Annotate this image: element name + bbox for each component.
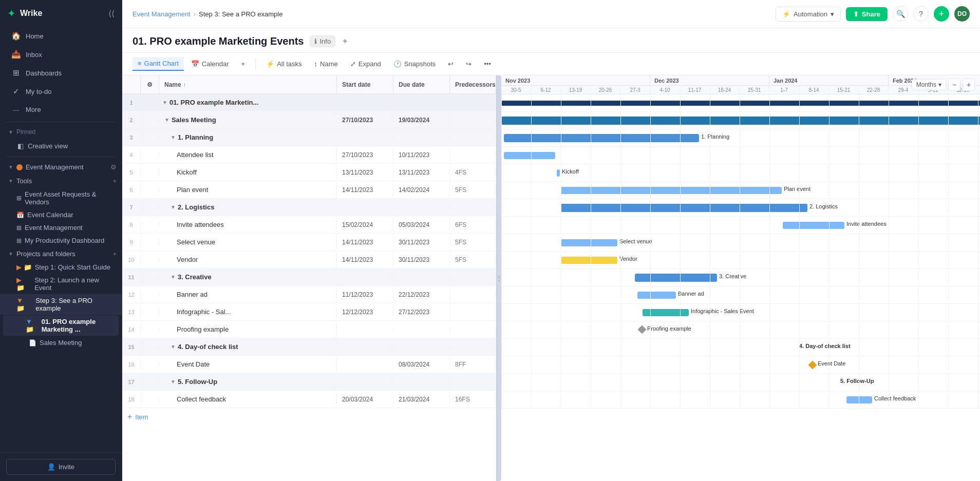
sidebar-item-more[interactable]: ··· More bbox=[3, 101, 119, 118]
row-start-cell[interactable] bbox=[337, 361, 393, 368]
row-pred-cell[interactable] bbox=[450, 309, 496, 315]
invite-button[interactable]: 👤 Invite bbox=[6, 459, 116, 475]
row-start-cell[interactable] bbox=[337, 274, 393, 280]
gantt-bar[interactable] bbox=[561, 204, 807, 212]
sidebar-item-event-management[interactable]: ⊞ Event Management bbox=[0, 221, 122, 234]
row-start-cell[interactable] bbox=[337, 100, 393, 106]
share-button[interactable]: ⬆ Share bbox=[846, 7, 888, 21]
row-name-cell[interactable]: ▼ 4. Day-of check list bbox=[159, 340, 337, 354]
more-actions-button[interactable]: ••• bbox=[479, 57, 496, 70]
event-mgmt-settings-icon[interactable]: ⚙ bbox=[110, 163, 117, 171]
row-pred-cell[interactable]: 8FF bbox=[450, 358, 496, 371]
undo-button[interactable]: ↩ bbox=[443, 57, 459, 70]
row-due-cell[interactable]: 21/03/2024 bbox=[393, 393, 450, 406]
row-due-cell[interactable] bbox=[393, 344, 450, 350]
table-row[interactable]: 8 Invite attendees 15/02/2024 05/03/2024… bbox=[122, 216, 496, 234]
row-pred-cell[interactable]: 4FS bbox=[450, 166, 496, 179]
row-pred-cell[interactable]: 5FS bbox=[450, 236, 496, 249]
tools-add-icon[interactable]: + bbox=[112, 177, 117, 185]
breadcrumb-link-event-management[interactable]: Event Management bbox=[133, 10, 191, 18]
gantt-bar[interactable] bbox=[501, 117, 980, 125]
table-row[interactable]: 6 Plan event 14/11/2023 14/02/2024 5FS bbox=[122, 181, 496, 199]
table-row[interactable]: 9 Select venue 14/11/2023 30/11/2023 5FS bbox=[122, 234, 496, 251]
row-name-cell[interactable]: Invite attendees bbox=[159, 218, 337, 232]
expand-row-icon[interactable]: ▼ bbox=[164, 117, 169, 123]
row-start-cell[interactable]: 20/03/2024 bbox=[337, 393, 393, 406]
table-row[interactable]: 7 ▼ 2. Logistics bbox=[122, 199, 496, 216]
row-pred-cell[interactable]: 6FS bbox=[450, 218, 496, 232]
expand-row-icon[interactable]: ▼ bbox=[171, 379, 176, 384]
gantt-bar[interactable] bbox=[561, 187, 782, 194]
row-pred-cell[interactable]: 5FS bbox=[450, 183, 496, 197]
row-due-cell[interactable]: 10/11/2023 bbox=[393, 148, 450, 162]
row-name-cell[interactable]: Vendor bbox=[159, 253, 337, 266]
table-row[interactable]: 16 Event Date 08/03/2024 8FF bbox=[122, 356, 496, 373]
gantt-bar[interactable] bbox=[783, 222, 844, 229]
row-name-cell[interactable]: ▼ 01. PRO example Marketin... bbox=[159, 95, 337, 109]
row-start-cell[interactable]: 15/02/2024 bbox=[337, 218, 393, 232]
row-name-cell[interactable]: ▼ 1. Planning bbox=[159, 130, 337, 144]
expand-row-icon[interactable]: ▼ bbox=[171, 344, 176, 350]
table-row[interactable]: 4 Attendee list 27/10/2023 10/11/2023 bbox=[122, 146, 496, 164]
add-item-row[interactable]: + Item bbox=[122, 408, 496, 426]
sidebar-item-pro-example[interactable]: ▼ 📁 01. PRO example Marketing ... bbox=[3, 315, 119, 336]
row-start-cell[interactable]: 11/12/2023 bbox=[337, 288, 393, 301]
row-start-cell[interactable] bbox=[337, 134, 393, 141]
sidebar-item-my-todo[interactable]: ✓ My to-do bbox=[3, 83, 119, 100]
table-row[interactable]: 17 ▼ 5. Follow-Up bbox=[122, 373, 496, 391]
projects-add-icon[interactable]: + bbox=[112, 250, 117, 258]
header-name[interactable]: Name ↑ bbox=[159, 75, 337, 93]
expand-row-icon[interactable]: ▼ bbox=[162, 100, 167, 105]
row-name-cell[interactable]: Kickoff bbox=[159, 165, 337, 179]
row-name-cell[interactable]: Event Date bbox=[159, 357, 337, 371]
row-pred-cell[interactable] bbox=[450, 134, 496, 141]
gantt-bar[interactable] bbox=[504, 152, 555, 159]
row-due-cell[interactable]: 14/02/2024 bbox=[393, 183, 450, 197]
row-name-cell[interactable]: Plan event bbox=[159, 183, 337, 197]
row-start-cell[interactable] bbox=[337, 344, 393, 350]
row-name-cell[interactable]: Infographic - Sal... bbox=[159, 305, 337, 319]
table-row[interactable]: 10 Vendor 14/11/2023 30/11/2023 5FS bbox=[122, 251, 496, 268]
info-button[interactable]: ℹ Info bbox=[310, 35, 335, 47]
gantt-bar[interactable] bbox=[557, 169, 560, 177]
row-due-cell[interactable] bbox=[393, 326, 450, 333]
add-button[interactable]: + bbox=[934, 6, 949, 22]
gantt-bar[interactable] bbox=[637, 292, 676, 299]
row-start-cell[interactable] bbox=[337, 326, 393, 333]
row-name-cell[interactable]: ▼ Sales Meeting bbox=[159, 113, 337, 127]
row-name-cell[interactable]: Proofing example bbox=[159, 322, 337, 336]
row-start-cell[interactable]: 14/11/2023 bbox=[337, 253, 393, 266]
resize-handle[interactable]: ⋮ bbox=[497, 75, 501, 481]
gantt-bar[interactable] bbox=[643, 309, 689, 316]
row-name-cell[interactable]: ▼ 5. Follow-Up bbox=[159, 375, 337, 389]
row-name-cell[interactable]: ▼ 3. Creative bbox=[159, 270, 337, 284]
row-name-cell[interactable]: Attendee list bbox=[159, 148, 337, 162]
expand-row-icon[interactable]: ▼ bbox=[171, 134, 176, 140]
projects-folders-header[interactable]: ▼ Projects and folders + bbox=[0, 247, 122, 261]
add-tab-button[interactable]: + bbox=[236, 57, 251, 70]
star-button[interactable]: ✦ bbox=[342, 36, 348, 46]
redo-button[interactable]: ↪ bbox=[461, 57, 477, 70]
table-row[interactable]: 1 ▼ 01. PRO example Marketin... bbox=[122, 94, 496, 111]
header-settings[interactable]: ⚙ bbox=[141, 75, 159, 93]
header-start-date[interactable]: Start date bbox=[337, 75, 393, 93]
row-start-cell[interactable] bbox=[337, 204, 393, 210]
sidebar-item-creative-view[interactable]: ◧ Creative view bbox=[3, 139, 119, 153]
search-button[interactable]: 🔍 bbox=[893, 6, 908, 22]
expand-button[interactable]: ⤢ Expand bbox=[345, 57, 386, 70]
sidebar-item-step1[interactable]: ▶ 📁 Step 1: Quick Start Guide bbox=[0, 261, 122, 274]
sidebar-item-inbox[interactable]: 📥 Inbox bbox=[3, 46, 119, 63]
tools-header[interactable]: ▼ Tools + bbox=[0, 174, 122, 188]
gantt-bar[interactable] bbox=[561, 257, 617, 264]
row-due-cell[interactable]: 30/11/2023 bbox=[393, 253, 450, 266]
row-due-cell[interactable] bbox=[393, 379, 450, 385]
row-due-cell[interactable]: 05/03/2024 bbox=[393, 218, 450, 232]
gantt-bar[interactable] bbox=[635, 274, 717, 282]
filter-all-tasks-button[interactable]: ⚡ All tasks bbox=[261, 57, 307, 70]
row-name-cell[interactable]: Select venue bbox=[159, 235, 337, 249]
row-start-cell[interactable]: 27/10/2023 bbox=[337, 148, 393, 162]
row-due-cell[interactable]: 13/11/2023 bbox=[393, 166, 450, 179]
row-pred-cell[interactable] bbox=[450, 152, 496, 158]
table-row[interactable]: 2 ▼ Sales Meeting 27/10/2023 19/03/2024 bbox=[122, 111, 496, 129]
user-avatar[interactable]: DO bbox=[954, 6, 970, 22]
